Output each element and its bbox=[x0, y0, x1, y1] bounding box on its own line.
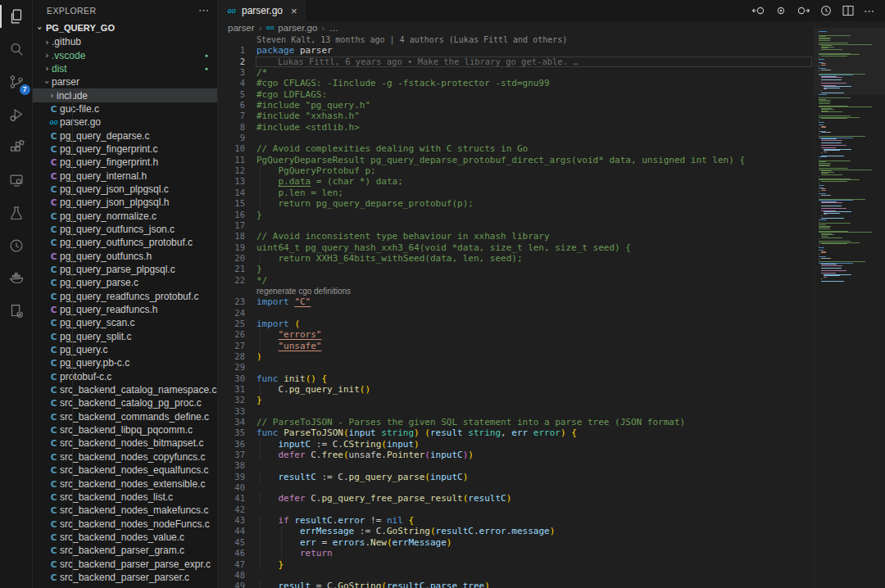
tree-item-pg-query-parse-plpgsql-c[interactable]: Cpg_query_parse_plpgsql.c bbox=[33, 263, 217, 276]
code-line-44[interactable]: 44 errMessage := C.GoString(resultC.erro… bbox=[218, 526, 814, 536]
tree-item-pg-query-pb-c-c[interactable]: Cpg_query.pb-c.c bbox=[33, 356, 217, 369]
tree-item-pg-query-split-c[interactable]: Cpg_query_split.c bbox=[33, 330, 217, 343]
code-line-16[interactable]: 16} bbox=[218, 210, 814, 220]
code-line-24[interactable]: 24 bbox=[218, 308, 814, 319]
open-changes-icon[interactable] bbox=[774, 4, 787, 17]
tree-item-src-backend-nodes-copyfuncs-c[interactable]: Csrc_backend_nodes_copyfuncs.c bbox=[33, 450, 217, 464]
tree-item-pg-query-json-plpgsql-h[interactable]: Cpg_query_json_plpgsql.h bbox=[33, 196, 217, 209]
tree-item-src-backend-nodes-makefuncs-c[interactable]: Csrc_backend_nodes_makefuncs.c bbox=[33, 504, 217, 517]
code-line-26[interactable]: 26 "errors" bbox=[218, 329, 814, 340]
tree-item-pg-query-outfuncs-h[interactable]: Cpg_query_outfuncs.h bbox=[33, 250, 217, 263]
code-line-7[interactable]: 7#include "xxhash.h" bbox=[218, 111, 814, 121]
close-icon[interactable]: × bbox=[291, 5, 297, 17]
explorer-button[interactable] bbox=[0, 0, 33, 33]
project-manager-button[interactable] bbox=[0, 295, 33, 328]
code-line-49[interactable]: 49 result = C.GoString(resultC.parse_tre… bbox=[218, 581, 814, 588]
code-line-39[interactable]: 39 resultC := C.pg_query_parse(inputC) bbox=[218, 472, 814, 482]
tree-item-parser[interactable]: ›parser bbox=[33, 75, 217, 88]
source-control-button[interactable]: 7 bbox=[0, 66, 33, 98]
code-line-47[interactable]: 47 } bbox=[218, 559, 814, 570]
code-line-40[interactable]: 40 bbox=[218, 482, 814, 493]
code-line-30[interactable]: 30func init() { bbox=[218, 373, 814, 384]
tree-item-pg-query-readfuncs-protobuf-c[interactable]: Cpg_query_readfuncs_protobuf.c bbox=[33, 290, 217, 303]
code-line-41[interactable]: 41 defer C.pg_query_free_parse_result(re… bbox=[218, 493, 814, 504]
code-line-19[interactable]: 19uint64_t pg_query_hash_xxh3_64(void *d… bbox=[218, 242, 814, 253]
code-line-2[interactable]: 2Lukas Fittl, 6 years ago • Make the lib… bbox=[218, 57, 814, 67]
code-line-15[interactable]: 15 return pg_query_deparse_protobuf(p); bbox=[218, 198, 814, 209]
code-line-14[interactable]: 14 p.len = len; bbox=[218, 188, 814, 198]
tree-item-src-backend-nodes-list-c[interactable]: Csrc_backend_nodes_list.c bbox=[33, 491, 217, 504]
tree-item-include[interactable]: ›include bbox=[33, 88, 217, 102]
breadcrumb-symbol[interactable]: … bbox=[329, 23, 339, 33]
code-line-38[interactable]: 38 bbox=[218, 460, 814, 471]
tree-item-src-backend-commands-define-c[interactable]: Csrc_backend_commands_define.c bbox=[33, 410, 217, 423]
codelens-regenerate[interactable]: regenerate cgo definitions bbox=[218, 286, 814, 296]
tree-item-src-backend-nodes-extensible-c[interactable]: Csrc_backend_nodes_extensible.c bbox=[33, 477, 217, 490]
code-line-17[interactable]: 17 bbox=[218, 220, 814, 231]
tree-item-pg-query-fingerprint-c[interactable]: Cpg_query_fingerprint.c bbox=[33, 142, 217, 156]
tree-item--vscode[interactable]: ›.vscode● bbox=[33, 48, 217, 61]
tree-item-pg-query-c[interactable]: Cpg_query.c bbox=[33, 343, 217, 356]
code-line-12[interactable]: 12 PgQueryProtobuf p; bbox=[218, 165, 814, 176]
code-line-3[interactable]: 3/* bbox=[218, 67, 814, 78]
remote-explorer-button[interactable] bbox=[0, 164, 33, 197]
code-line-29[interactable]: 29 bbox=[218, 362, 814, 373]
code-line-8[interactable]: 8#include <stdlib.h> bbox=[218, 122, 814, 133]
open-changes-next-icon[interactable] bbox=[796, 4, 810, 17]
code-line-33[interactable]: 33 bbox=[218, 406, 814, 417]
more-actions-icon[interactable]: ⋯ bbox=[864, 5, 875, 17]
tree-item-parser-go[interactable]: GOparser.go bbox=[33, 115, 217, 129]
tree-item-guc-file-c[interactable]: Cguc-file.c bbox=[33, 102, 217, 115]
file-history-clock-icon[interactable] bbox=[819, 4, 833, 17]
code-line-32[interactable]: 32} bbox=[218, 395, 814, 405]
code-line-5[interactable]: 5#cgo LDFLAGS: bbox=[218, 89, 814, 100]
tree-item-src-backend-nodes-nodefuncs-c[interactable]: Csrc_backend_nodes_nodeFuncs.c bbox=[33, 517, 217, 530]
breadcrumb-folder[interactable]: parser bbox=[228, 23, 255, 33]
tree-item-protobuf-c-c[interactable]: Cprotobuf-c.c bbox=[33, 370, 217, 383]
code-editor[interactable]: Steven Kalt, 13 months ago | 4 authors (… bbox=[218, 34, 814, 588]
code-line-10[interactable]: 10// Avoid complexities dealing with C s… bbox=[218, 143, 814, 154]
code-line-43[interactable]: 43 if resultC.error != nil { bbox=[218, 515, 814, 526]
tree-item-src-backend-parser-gram-c[interactable]: Csrc_backend_parser_gram.c bbox=[33, 544, 217, 557]
code-line-46[interactable]: 46 return bbox=[218, 548, 814, 559]
tree-item-src-backend-parser-parser-c[interactable]: Csrc_backend_parser_parser.c bbox=[33, 571, 217, 584]
tree-item-pg-query-readfuncs-h[interactable]: Cpg_query_readfuncs.h bbox=[33, 303, 217, 316]
tree-item-pg-query-parse-c[interactable]: Cpg_query_parse.c bbox=[33, 276, 217, 289]
code-line-31[interactable]: 31 C.pg_query_init() bbox=[218, 384, 814, 395]
tree-item-src-backend-parser-parse-expr-c[interactable]: Csrc_backend_parser_parse_expr.c bbox=[33, 557, 217, 570]
tree-item-src-backend-libpq-pqcomm-c[interactable]: Csrc_backend_libpq_pqcomm.c bbox=[33, 423, 217, 436]
code-line-20[interactable]: 20 return XXH3_64bits_withSeed(data, len… bbox=[218, 253, 814, 264]
code-line-25[interactable]: 25import ( bbox=[218, 319, 814, 329]
tree-item-pg-query-scan-c[interactable]: Cpg_query_scan.c bbox=[33, 316, 217, 329]
minimap[interactable] bbox=[814, 21, 885, 588]
code-line-22[interactable]: 22*/ bbox=[218, 275, 814, 286]
code-line-48[interactable]: 48 bbox=[218, 570, 814, 581]
code-line-37[interactable]: 37 defer C.free(unsafe.Pointer(inputC)) bbox=[218, 450, 814, 460]
testing-button[interactable] bbox=[0, 197, 33, 229]
tree-item-pg-query-deparse-c[interactable]: Cpg_query_deparse.c bbox=[33, 129, 217, 142]
tree-item-pg-query-outfuncs-json-c[interactable]: Cpg_query_outfuncs_json.c bbox=[33, 223, 217, 236]
code-line-27[interactable]: 27 "unsafe" bbox=[218, 341, 814, 351]
code-line-45[interactable]: 45 err = errors.New(errMessage) bbox=[218, 537, 814, 548]
code-line-34[interactable]: 34// ParseToJSON - Parses the given SQL … bbox=[218, 417, 814, 427]
tree-root-pg-query-go[interactable]: › PG_QUERY_GO bbox=[33, 20, 217, 35]
run-and-debug-button[interactable] bbox=[0, 98, 33, 131]
gitlens-button[interactable] bbox=[0, 229, 33, 262]
code-line-9[interactable]: 9 bbox=[218, 133, 814, 143]
code-line-42[interactable]: 42 bbox=[218, 504, 814, 515]
tree-item-src-backend-nodes-bitmapset-c[interactable]: Csrc_backend_nodes_bitmapset.c bbox=[33, 436, 217, 450]
open-changes-prev-icon[interactable] bbox=[751, 4, 765, 17]
extensions-button[interactable] bbox=[0, 131, 33, 164]
tree-item-pg-query-json-plpgsql-c[interactable]: Cpg_query_json_plpgsql.c bbox=[33, 183, 217, 196]
code-line-36[interactable]: 36 inputC := C.CString(input) bbox=[218, 439, 814, 450]
tree-item-pg-query-normalize-c[interactable]: Cpg_query_normalize.c bbox=[33, 209, 217, 222]
breadcrumb-file[interactable]: parser.go bbox=[278, 23, 317, 33]
tree-item-pg-query-outfuncs-protobuf-c[interactable]: Cpg_query_outfuncs_protobuf.c bbox=[33, 236, 217, 249]
views-more-actions-icon[interactable]: ⋯ bbox=[198, 7, 209, 14]
tree-item-pg-query-fingerprint-h[interactable]: Cpg_query_fingerprint.h bbox=[33, 156, 217, 169]
code-line-11[interactable]: 11PgQueryDeparseResult pg_query_deparse_… bbox=[218, 155, 814, 165]
split-editor-icon[interactable] bbox=[842, 4, 855, 17]
tree-item-dist[interactable]: ›dist● bbox=[33, 62, 217, 75]
docker-button[interactable] bbox=[0, 262, 33, 295]
code-line-6[interactable]: 6#include "pg_query.h" bbox=[218, 100, 814, 111]
